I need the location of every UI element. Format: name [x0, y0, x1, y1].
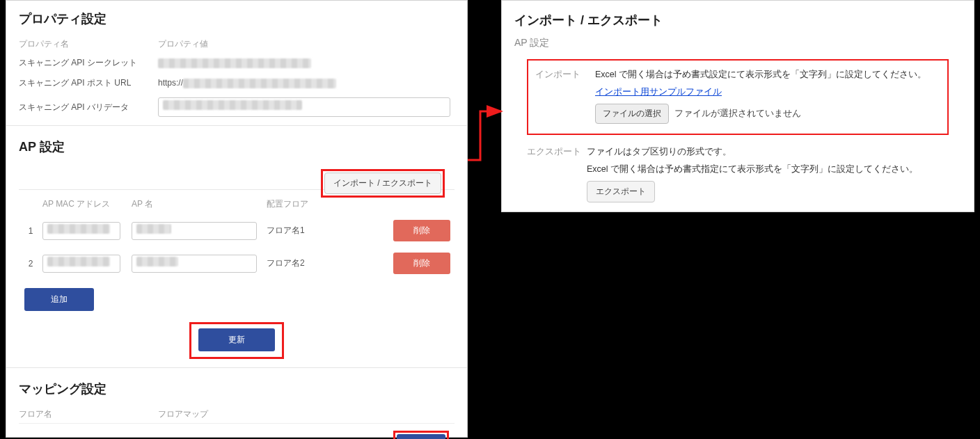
masked-value	[136, 224, 171, 234]
masked-value	[136, 257, 178, 266]
export-label: エクスポート	[527, 146, 587, 202]
export-note2: Excel で開く場合は予め書式指定にて表示形式を「文字列」に設定してください。	[587, 163, 949, 175]
mapping-head-map: フロアマップ	[158, 408, 208, 420]
mapping-head-floor: フロア名	[19, 408, 158, 420]
ap-floor-label: フロア名2	[267, 257, 378, 269]
masked-value	[47, 224, 110, 234]
ap-name-input[interactable]	[132, 255, 257, 273]
ap-row: 1 フロア名1 削除	[19, 214, 455, 247]
ie-subtitle: AP 設定	[514, 37, 961, 49]
export-button[interactable]: エクスポート	[587, 181, 655, 202]
ap-name-input[interactable]	[132, 222, 257, 240]
property-name-secret: スキャニング API シークレット	[19, 57, 158, 69]
ap-row-index: 2	[19, 259, 42, 269]
place-button[interactable]: 配置	[397, 434, 445, 439]
ap-mac-input[interactable]	[42, 255, 120, 273]
property-section: プロパティ設定 プロパティ名 プロパティ値 スキャニング API シークレット …	[6, 1, 467, 126]
mapping-title: マッピング設定	[19, 381, 455, 397]
import-highlight: インポート Excel で開く場合は予め書式設定にて表示形式を「文字列」に設定し…	[527, 59, 949, 135]
property-head-name: プロパティ名	[19, 38, 158, 50]
property-name-validator: スキャニング API バリデータ	[19, 102, 158, 113]
update-button[interactable]: 更新	[198, 328, 275, 351]
ie-title: インポート / エクスポート	[514, 12, 961, 29]
validator-input[interactable]	[158, 97, 450, 117]
ap-section: AP 設定 インポート / エクスポート AP MAC アドレス AP 名 配置…	[6, 126, 467, 368]
property-row: スキャニング API バリデータ	[19, 93, 455, 121]
masked-value	[158, 58, 311, 68]
masked-value	[47, 257, 110, 266]
ap-row-index: 1	[19, 226, 42, 236]
ap-title: AP 設定	[19, 138, 455, 155]
choose-file-button[interactable]: ファイルの選択	[595, 104, 669, 124]
property-title: プロパティ設定	[19, 10, 455, 27]
settings-panel: プロパティ設定 プロパティ名 プロパティ値 スキャニング API シークレット …	[6, 0, 468, 438]
import-export-button[interactable]: インポート / エクスポート	[324, 173, 441, 194]
property-row: スキャニング API ポスト URL https://	[19, 73, 455, 93]
property-head-value: プロパティ値	[158, 38, 208, 50]
ap-row: 2 フロア名2 削除	[19, 247, 455, 280]
ap-head-name: AP 名	[132, 198, 267, 210]
masked-value	[183, 79, 336, 88]
url-prefix: https://	[158, 78, 183, 88]
import-label: インポート	[535, 69, 595, 124]
add-button[interactable]: 追加	[24, 288, 94, 311]
mapping-section: マッピング設定 フロア名 フロアマップ フロア名1 配置 フロア名2 配置	[6, 368, 467, 439]
sample-file-link[interactable]: インポート用サンプルファイル	[595, 87, 722, 97]
export-note1: ファイルはタブ区切りの形式です。	[587, 146, 949, 158]
ap-floor-label: フロア名1	[267, 225, 378, 237]
import-export-panel: インポート / エクスポート AP 設定 インポート Excel で開く場合は予…	[501, 0, 974, 212]
ap-mac-input[interactable]	[42, 222, 120, 240]
no-file-label: ファイルが選択されていません	[674, 108, 801, 120]
ap-head-floor: 配置フロア	[267, 198, 378, 210]
delete-button[interactable]: 削除	[393, 253, 450, 274]
masked-value	[163, 100, 302, 110]
property-name-posturl: スキャニング API ポスト URL	[19, 77, 158, 89]
property-row: スキャニング API シークレット	[19, 53, 455, 73]
import-note: Excel で開く場合は予め書式設定にて表示形式を「文字列」に設定してください。	[595, 69, 940, 81]
delete-button[interactable]: 削除	[393, 220, 450, 241]
ap-head-mac: AP MAC アドレス	[42, 198, 132, 210]
mapping-row: フロア名1 配置	[19, 423, 455, 439]
